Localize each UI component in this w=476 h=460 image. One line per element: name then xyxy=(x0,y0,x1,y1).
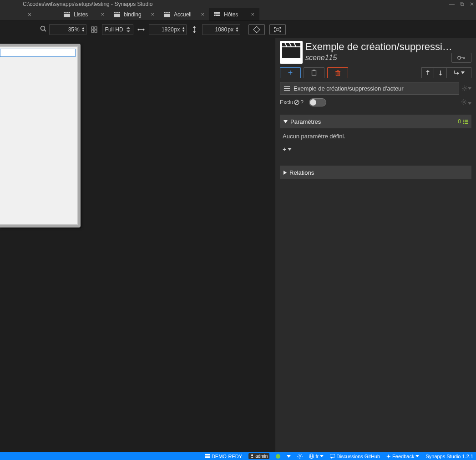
caret-right-icon xyxy=(284,171,287,175)
svg-line-65 xyxy=(463,86,463,87)
scene-canvas[interactable] xyxy=(0,46,78,225)
delete-button[interactable] xyxy=(327,67,348,78)
tab-close[interactable]: × xyxy=(151,11,154,18)
svg-point-19 xyxy=(41,26,45,30)
scene-thumbnail xyxy=(280,41,303,64)
zoom-unit: % xyxy=(75,26,80,33)
spinner-arrows[interactable]: ▲▼ xyxy=(81,27,85,32)
tab-listes[interactable]: Listes × xyxy=(59,8,109,20)
zoom-input[interactable] xyxy=(52,26,74,33)
fit-grid-icon[interactable] xyxy=(89,25,99,35)
status-connected-icon xyxy=(276,454,280,459)
move-up-button[interactable] xyxy=(421,67,434,78)
svg-point-17 xyxy=(215,12,216,13)
clapper-icon xyxy=(164,12,170,17)
svg-line-67 xyxy=(463,90,463,90)
add-param-button[interactable]: + xyxy=(283,145,469,153)
params-empty-text: Aucun paramètre défini. xyxy=(283,133,345,140)
spinner-arrows[interactable]: ▲▼ xyxy=(235,27,239,32)
move-into-button[interactable] xyxy=(447,67,471,78)
resolution-select[interactable]: Full HD xyxy=(102,24,133,35)
chevron-updown-icon xyxy=(127,27,130,32)
chevron-down-icon[interactable] xyxy=(287,455,291,458)
tab-close-leading[interactable]: × xyxy=(0,8,59,20)
close-window-button[interactable]: ✕ xyxy=(470,1,474,7)
list-icon xyxy=(284,86,290,91)
name-value: Exemple de création/suppression d'acteur xyxy=(294,85,404,92)
section-relations-header[interactable]: Relations xyxy=(280,166,471,179)
fullscreen-button[interactable] xyxy=(269,24,286,35)
plus-icon: + xyxy=(283,145,287,153)
move-down-button[interactable] xyxy=(434,67,447,78)
svg-line-102 xyxy=(298,457,299,458)
height-spinner[interactable]: px ▲▼ xyxy=(202,24,240,35)
rotate-button[interactable] xyxy=(248,24,265,35)
spinner-arrows[interactable]: ▲▼ xyxy=(182,27,185,32)
name-field[interactable]: Exemple de création/suppression d'acteur xyxy=(280,82,459,95)
selected-actor[interactable] xyxy=(0,49,76,57)
svg-rect-23 xyxy=(91,30,94,32)
zoom-icon[interactable] xyxy=(40,25,46,33)
paste-button[interactable] xyxy=(304,67,324,78)
svg-rect-22 xyxy=(95,27,97,29)
status-feedback[interactable]: Feedback xyxy=(386,454,419,459)
svg-point-72 xyxy=(463,101,465,103)
tab-binding[interactable]: binding × xyxy=(109,8,159,20)
canvas-toolbar: % ▲▼ Full HD px ▲▼ px ▲▼ xyxy=(0,21,476,38)
key-button[interactable] xyxy=(451,53,471,63)
exclu-settings[interactable] xyxy=(461,99,471,106)
svg-line-66 xyxy=(466,90,466,90)
status-user[interactable]: admin xyxy=(248,453,269,459)
svg-point-93 xyxy=(251,455,253,456)
section-parametres-header[interactable]: Paramètres 0 xyxy=(280,115,471,128)
canvas-area[interactable] xyxy=(0,38,275,452)
user-icon xyxy=(250,454,254,458)
svg-marker-111 xyxy=(415,455,419,457)
svg-point-95 xyxy=(299,455,301,457)
svg-marker-32 xyxy=(193,31,196,33)
svg-point-60 xyxy=(464,87,466,89)
width-spinner[interactable]: px ▲▼ xyxy=(149,24,187,35)
field-settings[interactable] xyxy=(462,86,471,91)
tab-label: binding xyxy=(124,11,142,18)
status-bar: DEMO-REDY admin fr Discussions GitHub Fe… xyxy=(0,452,476,460)
svg-rect-0 xyxy=(64,14,70,17)
trash-icon xyxy=(335,70,340,76)
tab-close[interactable]: × xyxy=(251,11,254,18)
inspector-panel: Exemple de création/suppressi… scene115 … xyxy=(275,38,476,452)
exclu-toggle[interactable] xyxy=(309,98,326,106)
svg-marker-25 xyxy=(127,27,130,29)
svg-rect-15 xyxy=(214,12,220,14)
status-version[interactable]: Synapps Studio 1.2.1 xyxy=(425,454,473,459)
svg-marker-107 xyxy=(320,455,324,457)
svg-point-18 xyxy=(215,15,216,15)
titlebar: C:\codes\wit\synapps\setups\testing - Sy… xyxy=(0,0,476,8)
section-title: Relations xyxy=(289,169,314,176)
minimize-button[interactable]: — xyxy=(449,1,455,7)
maximize-button[interactable]: ⧉ xyxy=(460,1,464,7)
svg-rect-16 xyxy=(214,15,220,16)
svg-line-100 xyxy=(298,454,299,455)
status-language[interactable]: fr xyxy=(309,454,324,459)
svg-rect-5 xyxy=(114,14,120,17)
svg-marker-56 xyxy=(461,71,465,74)
width-input[interactable] xyxy=(152,26,174,33)
svg-line-78 xyxy=(465,103,465,103)
svg-rect-86 xyxy=(465,121,468,122)
svg-rect-87 xyxy=(463,123,464,124)
svg-rect-45 xyxy=(313,70,315,71)
status-host[interactable]: DEMO-REDY xyxy=(205,454,242,459)
tab-hotes[interactable]: Hôtes × xyxy=(209,8,259,20)
chevron-down-icon xyxy=(320,455,324,457)
add-button[interactable]: + xyxy=(280,67,301,78)
tab-accueil[interactable]: Accueil × xyxy=(159,8,209,20)
svg-rect-21 xyxy=(91,27,94,29)
gear-icon[interactable] xyxy=(297,454,303,459)
tab-close[interactable]: × xyxy=(101,11,104,18)
tab-close[interactable]: × xyxy=(201,11,204,18)
height-input[interactable] xyxy=(205,26,227,33)
svg-rect-35 xyxy=(282,47,300,58)
zoom-spinner[interactable]: % ▲▼ xyxy=(49,24,86,35)
device-frame xyxy=(0,44,81,227)
status-discussions[interactable]: Discussions GitHub xyxy=(330,454,380,459)
